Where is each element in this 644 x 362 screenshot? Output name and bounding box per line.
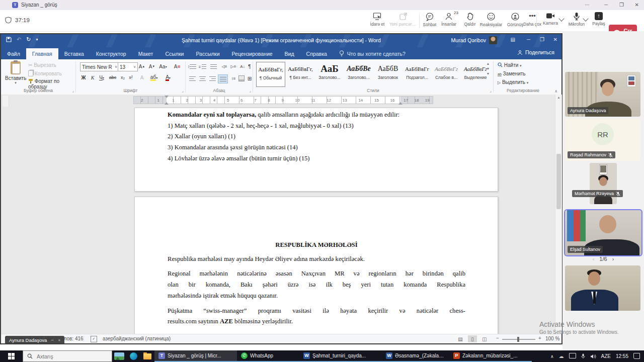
pill-expand-icon[interactable]: + [58, 337, 61, 343]
style-subtle-emphasis[interactable]: АаБбВвГгСлабое в... [432, 62, 460, 86]
word-restore-icon[interactable]: ❐ [540, 37, 544, 42]
action-center-icon[interactable] [633, 353, 640, 360]
tray-mic-icon[interactable] [581, 353, 585, 359]
speaker-icon[interactable] [590, 354, 596, 359]
underline-button[interactable]: Ч▾ [97, 73, 106, 81]
clipboard-dialog-launcher[interactable]: ⌟ [72, 88, 74, 93]
decrease-indent-button[interactable]: ◁≡ [220, 62, 229, 70]
onedrive-cloud-icon[interactable]: ☁ [559, 353, 564, 359]
font-name-combo[interactable]: Times New R∨ [80, 62, 119, 71]
superscript-button[interactable]: х² [126, 73, 135, 81]
taskbar-task-powerpoint[interactable]: P Zəkaların_mübarizəsi_... [449, 350, 532, 362]
window-close-icon[interactable]: ✕ [635, 2, 639, 9]
zoom-level[interactable]: 100 % [545, 336, 559, 341]
reactions-button[interactable]: Reaksiyalar [477, 12, 505, 27]
tab-help[interactable]: Справка [300, 48, 333, 59]
cut-button[interactable]: ✂ Вырезать [28, 62, 56, 68]
highlight-button[interactable]: аб▾ [149, 73, 158, 81]
new-window-button[interactable]: Yeni pəncərə... [388, 12, 418, 27]
style-normal[interactable]: АаБбВвГг,¶ Обычный [256, 62, 285, 87]
tell-me-box[interactable]: Что вы хотите сделать? [333, 48, 412, 59]
tab-view[interactable]: Вид [279, 48, 300, 59]
ribbon-display-options-icon[interactable]: ▤ [511, 37, 515, 42]
document-page-2[interactable]: RESPUBLİKA MƏRHƏLƏSİ Respublika mərhələs… [134, 197, 498, 334]
taskbar-task-word1[interactable]: W Şahmat_turniri_qayda... [299, 350, 382, 362]
taskbar-search[interactable] [23, 350, 112, 362]
read-mode-icon[interactable]: ▤ [456, 335, 465, 342]
page-next-icon[interactable]: › [612, 256, 614, 262]
edge-icon[interactable] [126, 350, 140, 362]
change-case-button[interactable]: Аа▾ [158, 62, 168, 70]
people-button[interactable]: 23 İnsanlar [437, 12, 461, 27]
taskbar-task-teams[interactable]: T Siyazan _ görüş | Micr... [154, 350, 237, 362]
tab-mailings[interactable]: Рассылки [190, 48, 225, 59]
scrollbar-thumb[interactable] [556, 154, 561, 209]
font-dialog-launcher[interactable]: ⌟ [182, 88, 184, 93]
zoom-slider-track[interactable] [502, 339, 535, 340]
left-indent-marker[interactable] [165, 100, 169, 105]
right-indent-marker[interactable] [398, 100, 403, 105]
web-layout-icon[interactable]: ◫ [480, 335, 489, 342]
collapse-ribbon-icon[interactable]: ∧ [554, 89, 557, 94]
tab-review[interactable]: Рецензирование [226, 48, 279, 59]
manage-button[interactable]: İdarə et [365, 12, 389, 27]
participant-video-elshad[interactable]: Elşad Sultanov [564, 209, 642, 256]
style-title[interactable]: АаБбВЗаголовок [374, 62, 402, 86]
tray-expand-icon[interactable]: ∧ [550, 354, 554, 359]
styles-dialog-launcher[interactable]: ⌟ [490, 88, 492, 93]
presenter-pill[interactable]: Aynura Dadaşova − + [5, 336, 64, 344]
zoom-in-icon[interactable]: + [538, 335, 541, 341]
search-input[interactable] [36, 353, 93, 360]
taskbar-task-whatsapp[interactable]: ✆ WhatsApp [237, 350, 299, 362]
zoom-slider-thumb[interactable] [517, 337, 519, 342]
share-document-button[interactable]: Поделиться [517, 49, 554, 55]
tab-design[interactable]: Конструктор [90, 48, 132, 59]
tab-references[interactable]: Ссылки [159, 48, 190, 59]
justify-button[interactable] [218, 74, 228, 83]
font-color-button[interactable]: А▾ [164, 73, 173, 81]
tray-clock[interactable]: 12:55 [616, 353, 628, 359]
replace-button[interactable]: ab Заменить [498, 71, 526, 76]
participant-tile-rashad[interactable]: RR Rəşad Rəhmanov [565, 119, 640, 161]
participant-video-marhamat[interactable] [590, 163, 617, 204]
styles-gallery-expand-icon[interactable]: ▼ [487, 72, 490, 75]
pill-minimize-icon[interactable]: − [51, 337, 54, 343]
horizontal-ruler[interactable]: 21 12345678910111213141516 171819 [133, 96, 433, 104]
status-language[interactable]: азербайджанский (латиница) [103, 336, 171, 341]
window-more-icon[interactable]: ⋯ [585, 2, 590, 9]
multilevel-list-button[interactable] [209, 62, 218, 70]
paste-button[interactable]: Вставить ▾ [5, 61, 26, 85]
style-heading2[interactable]: АаБбВеЗаголово... [345, 62, 373, 86]
account-name[interactable]: Murad Qəribov [451, 37, 486, 43]
print-layout-icon[interactable]: ▯ [468, 335, 477, 342]
align-right-button[interactable] [208, 74, 217, 82]
file-explorer-icon[interactable] [140, 350, 154, 362]
taskbar-task-word2[interactable]: W Əsasnamə_(Zəkaların... [382, 350, 449, 362]
align-left-button[interactable] [188, 74, 197, 82]
task-view-icon[interactable] [112, 350, 126, 362]
text-effects-button[interactable]: А [137, 73, 146, 81]
styles-scroll-down-icon[interactable]: ▼ [487, 67, 490, 70]
font-size-combo[interactable]: 13∨ [118, 62, 138, 71]
window-restore-icon[interactable]: ❐ [619, 2, 624, 9]
grow-font-button[interactable]: А▲ [137, 62, 146, 70]
page-prev-icon[interactable]: ‹ [593, 256, 595, 262]
participant-video-aynura[interactable]: Aynura Dadaşova [565, 72, 640, 117]
account-avatar[interactable] [489, 36, 497, 44]
share-button[interactable]: ↑ Paylaş [587, 12, 611, 26]
word-minimize-icon[interactable]: ─ [527, 37, 530, 42]
window-minimize-icon[interactable]: ─ [604, 2, 608, 9]
increase-indent-button[interactable]: ▷≡ [229, 62, 238, 70]
style-heading1[interactable]: АаБЗаголово... [315, 62, 344, 86]
start-button[interactable] [0, 350, 23, 362]
document-scrollbar[interactable]: ▲ [555, 95, 562, 334]
zoom-out-icon[interactable]: − [496, 335, 499, 341]
styles-scroll-up-icon[interactable]: ▲ [487, 62, 490, 65]
first-line-indent-marker[interactable] [165, 96, 169, 100]
style-subtitle[interactable]: АаБбВвГгПодзагол... [403, 62, 431, 86]
document-page-1[interactable]: Komandalar eyni xal toplayarsa, qalib əm… [134, 108, 498, 192]
shrink-font-button[interactable]: А▼ [147, 62, 156, 70]
bold-button[interactable]: Ж [79, 73, 88, 81]
tray-language[interactable]: AZE [601, 353, 611, 359]
paragraph-dialog-launcher[interactable]: ⌟ [249, 88, 251, 93]
